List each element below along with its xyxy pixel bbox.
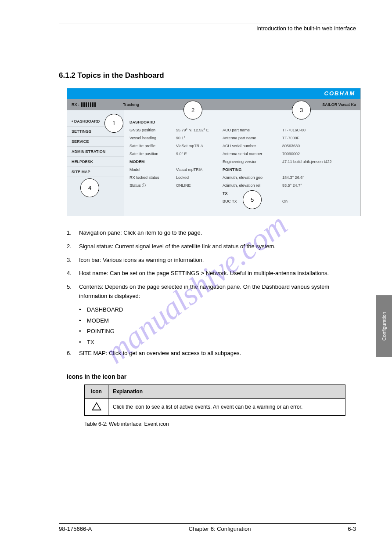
n1: 1. xyxy=(67,229,79,238)
val-azel-geo: 184.3° 26.6° xyxy=(282,175,335,180)
header-right: Introduction to the built-in web interfa… xyxy=(59,25,356,32)
n3: 3. xyxy=(67,256,79,265)
icon-table: Icon Explanation ! Click the icon to see… xyxy=(84,385,345,416)
t5: Contents: Depends on the page selected i… xyxy=(79,283,356,301)
b2: MODEM xyxy=(87,316,109,326)
h-dashboard: DASHBOARD xyxy=(129,120,220,124)
val-status: ONLINE xyxy=(176,183,220,188)
val-satpos: 9.0° E xyxy=(176,152,220,156)
warning-expl: Click the icon to see a list of active e… xyxy=(108,398,345,415)
callout-4: 4 xyxy=(80,178,99,197)
footer-left: 98-175666-A xyxy=(59,526,92,532)
lbl-antpart: Antenna part name xyxy=(223,136,280,140)
lbl-antserial: Antenna serial number xyxy=(223,152,280,156)
val-azel-rel: 93.5° 24.7° xyxy=(282,183,335,188)
val-acupart: TT-7016C-00 xyxy=(282,128,335,132)
status-bar: RX : Tracking SAILOR Viasat Ka xyxy=(67,99,360,110)
val-antserial: 70090002 xyxy=(282,152,335,156)
n4: 4. xyxy=(67,269,79,278)
brand-bar: COBHAM xyxy=(67,88,360,99)
footer: 98-175666-A Chapter 6: Configuration 6-3 xyxy=(59,523,356,532)
n6: 6. xyxy=(67,349,79,358)
val-acuserial: 80563630 xyxy=(282,144,335,148)
rx-label: RX : xyxy=(72,102,79,107)
side-tab: Configuration xyxy=(376,295,392,357)
val-engver: 47.11 build ulrik.jensen-t422 xyxy=(282,160,335,164)
lbl-satpos: Satellite position xyxy=(129,152,173,156)
val-model: Viasat mpTRIA xyxy=(176,167,220,172)
lbl-acupart: ACU part name xyxy=(223,128,280,132)
h-pointing: POINTING xyxy=(223,167,280,172)
lbl-status: Status ⓘ xyxy=(129,183,173,189)
b1: DASHBOARD xyxy=(87,305,123,315)
sidebar-item-administration[interactable]: ADMINISTRATION xyxy=(67,147,124,157)
t3: Icon bar: Various icons as warning or in… xyxy=(79,256,356,265)
footer-center: Chapter 6: Configuration xyxy=(189,526,251,532)
callout-1: 1 xyxy=(104,114,123,133)
val-antpart: TT-7009F xyxy=(282,136,335,140)
b4: TX xyxy=(87,338,94,347)
lbl-satprof: Satellite profile xyxy=(129,144,173,148)
explanation-list: 1.Navigation pane: Click an item to go t… xyxy=(67,229,356,358)
icons-heading: Icons in the icon bar xyxy=(67,373,356,380)
val-gnss: 55.79° N, 12.52° E xyxy=(176,128,220,132)
table-caption: Table 6-2: Web interface: Event icon xyxy=(84,421,356,427)
callout-2: 2 xyxy=(183,101,202,120)
warning-icon: ! xyxy=(92,402,101,410)
product-name: SAILOR Viasat Ka xyxy=(322,102,356,107)
th-expl: Explanation xyxy=(108,385,345,398)
val-heading: 90.1° xyxy=(176,136,220,140)
val-rxlock: Locked xyxy=(176,175,220,180)
lbl-model: Model xyxy=(129,167,173,172)
n5: 5. xyxy=(67,283,79,301)
footer-rule xyxy=(59,523,356,524)
t2: Signal status: Current signal level of t… xyxy=(79,242,356,251)
lbl-rxlock: RX locked status xyxy=(129,175,173,180)
sidebar-item-sitemap[interactable]: SITE MAP xyxy=(67,167,124,177)
t6: SITE MAP: Click to get an overview and a… xyxy=(79,349,356,358)
callout-3: 3 xyxy=(292,101,311,120)
lbl-acuserial: ACU serial number xyxy=(223,144,280,148)
dashboard-screenshot: COBHAM RX : Tracking SAILOR Viasat Ka DA… xyxy=(67,88,361,216)
lbl-azel-rel: Azimuth, elevation rel xyxy=(223,183,280,188)
callout-5: 5 xyxy=(243,190,262,209)
t4: Host name: Can be set on the page SETTIN… xyxy=(79,269,356,278)
lbl-engver: Engineering version xyxy=(223,160,280,164)
section-number: 6.1.2 Topics in the Dashboard xyxy=(59,71,356,80)
b3: POINTING xyxy=(87,327,115,336)
tracking-status: Tracking xyxy=(123,102,139,107)
lbl-gnss: GNSS position xyxy=(129,128,173,132)
th-icon: Icon xyxy=(85,385,108,398)
val-satprof: ViaSat mpTRIA xyxy=(176,144,220,148)
signal-bars-icon xyxy=(81,102,97,107)
t1: Navigation pane: Click an item to go to … xyxy=(79,229,356,238)
n2: 2. xyxy=(67,242,79,251)
dashboard-content: DASHBOARD GNSS position55.79° N, 12.52° … xyxy=(124,110,360,216)
h-modem: MODEM xyxy=(129,160,173,164)
warning-icon-cell: ! xyxy=(85,398,108,415)
lbl-heading: Vessel heading xyxy=(129,136,173,140)
top-rule xyxy=(59,23,356,23)
val-buctx: On xyxy=(282,199,335,203)
sidebar-item-service[interactable]: SERVICE xyxy=(67,137,124,147)
sidebar-item-helpdesk[interactable]: HELPDESK xyxy=(67,157,124,167)
lbl-azel-geo: Azimuth, elevation geo xyxy=(223,175,280,180)
footer-right: 6-3 xyxy=(348,526,356,532)
